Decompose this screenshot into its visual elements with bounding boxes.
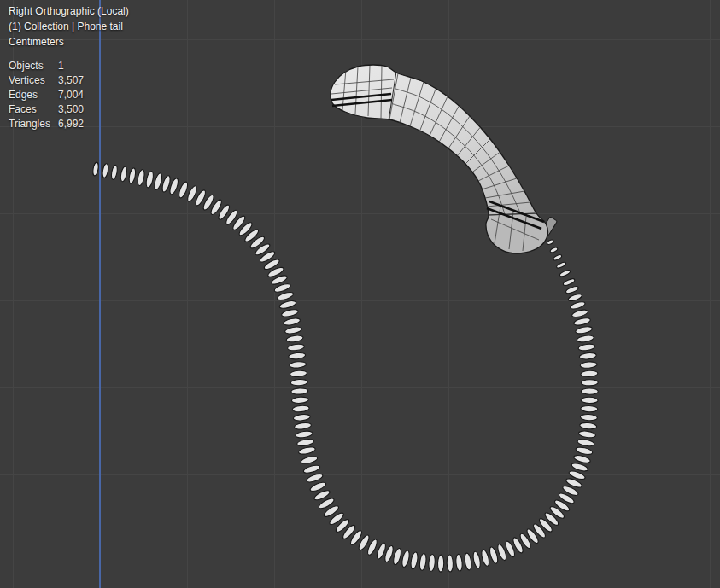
stat-label: Vertices bbox=[9, 73, 58, 88]
units-label: Centimeters bbox=[9, 36, 64, 48]
stat-row: Faces3,500 bbox=[9, 102, 84, 117]
viewport-scene bbox=[0, 0, 720, 588]
stat-row: Vertices3,507 bbox=[9, 73, 84, 88]
phone-handset-mesh[interactable] bbox=[331, 65, 558, 253]
stat-value: 1 bbox=[58, 59, 64, 73]
3d-viewport[interactable]: Right Orthographic (Local) (1) Collectio… bbox=[0, 0, 720, 588]
stat-row: Triangles6,992 bbox=[9, 117, 84, 131]
view-label: Right Orthographic (Local) bbox=[9, 5, 129, 17]
stat-value: 3,507 bbox=[58, 73, 84, 88]
stat-label: Triangles bbox=[9, 117, 58, 131]
stat-row: Objects1 bbox=[9, 59, 84, 73]
collection-breadcrumb: (1) Collection | Phone tail bbox=[9, 20, 123, 32]
stat-row: Edges7,004 bbox=[9, 88, 84, 102]
stat-value: 3,500 bbox=[58, 102, 84, 117]
stat-label: Objects bbox=[9, 59, 58, 73]
scene-statistics: Objects1 Vertices3,507 Edges7,004 Faces3… bbox=[9, 59, 84, 131]
stat-value: 7,004 bbox=[58, 88, 84, 102]
stat-label: Faces bbox=[9, 102, 58, 117]
stat-value: 6,992 bbox=[58, 117, 84, 131]
stat-label: Edges bbox=[9, 88, 58, 102]
